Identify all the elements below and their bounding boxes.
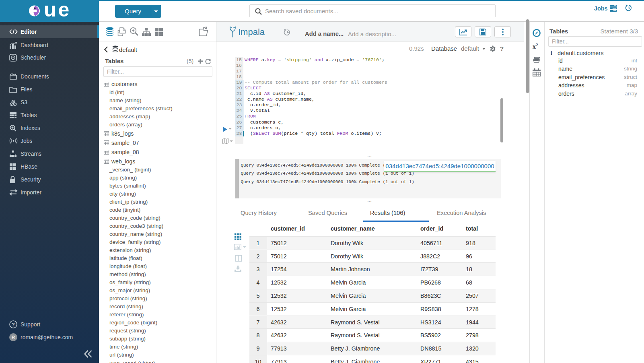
svg-text:ue: ue (44, 4, 71, 18)
svg-text:?: ? (12, 322, 15, 328)
svg-text:R: R (12, 335, 15, 340)
